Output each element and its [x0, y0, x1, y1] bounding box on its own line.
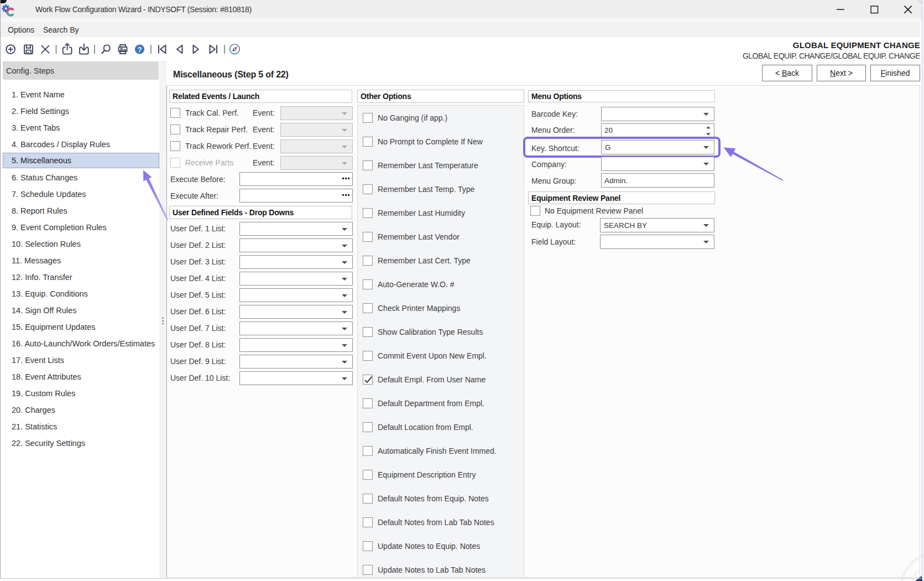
svg-text:?: ?: [138, 46, 142, 54]
